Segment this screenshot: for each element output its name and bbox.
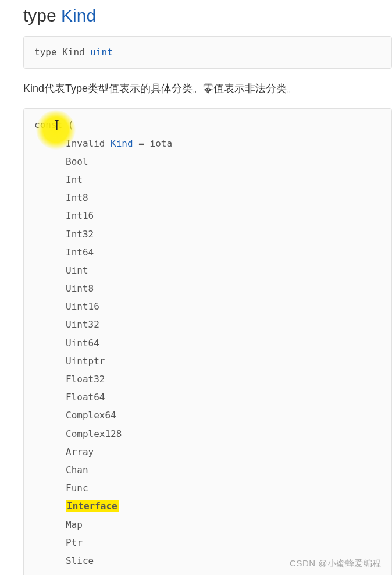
const-item: Uint64 xyxy=(34,334,381,352)
const-item: Uint32 xyxy=(34,315,381,333)
const-item: Array xyxy=(34,443,381,461)
const-item: Ptr xyxy=(34,534,381,552)
const-block: const ( Invalid Kind = iota BoolIntInt8I… xyxy=(23,108,392,575)
const-item: String xyxy=(34,570,381,575)
const-item: Complex128 xyxy=(34,425,381,443)
const-item: Float64 xyxy=(34,388,381,406)
const-item: Uint16 xyxy=(34,297,381,315)
const-item: Complex64 xyxy=(34,406,381,424)
const-item-highlighted: Interface xyxy=(66,500,119,512)
const-item: Chan xyxy=(34,461,381,479)
const-item-invalid: Invalid xyxy=(66,138,105,149)
const-item: Int32 xyxy=(34,225,381,243)
const-item: Interface xyxy=(34,497,381,515)
const-item: Uint8 xyxy=(34,279,381,297)
type-description: Kind代表Type类型值表示的具体分类。零值表示非法分类。 xyxy=(23,80,392,97)
const-eq: = xyxy=(138,138,144,149)
const-item: Int64 xyxy=(34,243,381,261)
const-type-ref[interactable]: Kind xyxy=(111,138,133,149)
const-open-line: const ( xyxy=(34,116,381,134)
const-item: Int16 xyxy=(34,207,381,225)
const-item: Bool xyxy=(34,152,381,171)
heading-type-name[interactable]: Kind xyxy=(61,6,96,25)
const-item: Uintptr xyxy=(34,352,381,370)
typedef-name: Kind xyxy=(62,47,85,58)
type-heading: type Kind xyxy=(23,6,392,26)
typedef-keyword: type xyxy=(34,47,57,58)
const-iota: iota xyxy=(150,138,173,149)
const-items-list: BoolIntInt8Int16Int32Int64UintUint8Uint1… xyxy=(34,152,381,575)
doc-container: type Kind type Kind uint Kind代表Type类型值表示… xyxy=(0,0,392,575)
const-item: Uint xyxy=(34,261,381,279)
const-item: Int8 xyxy=(34,189,381,207)
watermark: CSDN @小蜜蜂爱编程 xyxy=(290,558,382,569)
const-item: Float32 xyxy=(34,370,381,388)
typedef-base[interactable]: uint xyxy=(90,47,113,58)
type-definition-block: type Kind uint xyxy=(23,36,392,69)
const-item: Int xyxy=(34,171,381,189)
heading-keyword: type xyxy=(23,6,61,25)
const-item: Map xyxy=(34,516,381,534)
const-keyword: const ( xyxy=(34,119,73,130)
const-first-line: Invalid Kind = iota xyxy=(34,134,381,152)
const-item: Func xyxy=(34,479,381,497)
